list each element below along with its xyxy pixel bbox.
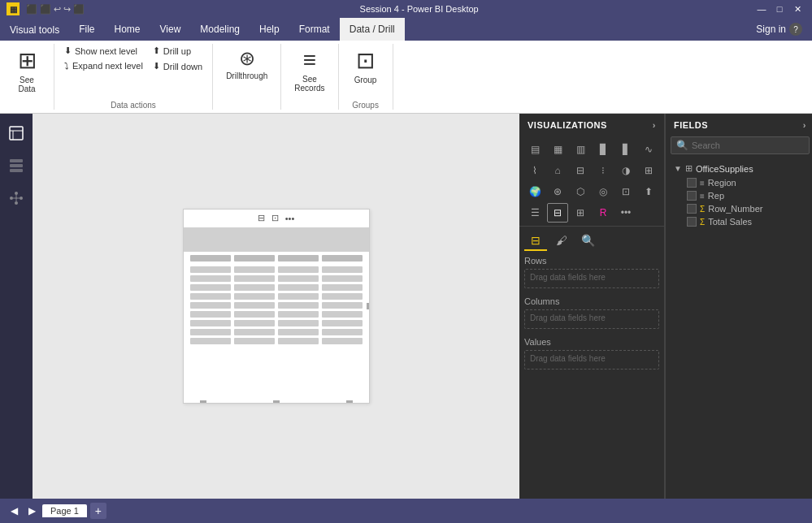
rows-label: Rows [524, 256, 659, 266]
close-button[interactable]: ✕ [789, 2, 805, 15]
viz-clustered-col[interactable]: ▋ [615, 140, 636, 159]
viz-panel: VISUALIZATIONS › ▤ ▦ ▥ ▊ ▋ ∿ ⌇ ⌂ ⊟ ⁝ ◑ ⊞ [519, 114, 665, 499]
menu-data-drill[interactable]: Data / Drill [340, 18, 405, 41]
viz-filled-map[interactable]: ⊛ [547, 182, 568, 201]
svg-point-9 [15, 201, 18, 205]
viz-kpi[interactable]: ⬆ [638, 182, 659, 201]
viz-slicer[interactable]: ☰ [524, 203, 545, 223]
fields-search-input[interactable] [692, 140, 804, 150]
minimize-button[interactable]: — [753, 2, 770, 15]
viz-waterfall[interactable]: ⊟ [570, 161, 591, 180]
visual-more-icon[interactable]: ••• [285, 214, 295, 223]
menu-file[interactable]: File [69, 18, 104, 41]
menu-modeling[interactable]: Modeling [190, 18, 250, 41]
viz-panel-tabs: ⊟ 🖌 🔍 [519, 226, 664, 251]
field-item-region[interactable]: ≡ Region [671, 176, 810, 189]
groups-label: Groups [352, 101, 379, 110]
table-col-3 [278, 255, 319, 262]
viz-more[interactable]: ••• [615, 203, 636, 223]
page-1-tab[interactable]: Page 1 [42, 504, 87, 517]
viz-funnel[interactable]: ⬡ [570, 182, 591, 201]
fields-expand-icon[interactable]: › [803, 120, 806, 130]
canvas-area[interactable]: ⊟ ⊡ ••• [33, 114, 519, 499]
data-view-icon[interactable] [3, 153, 29, 179]
see-records-button[interactable]: ≡ See Records [288, 44, 331, 96]
visual-container[interactable]: ⊟ ⊡ ••• [183, 209, 370, 404]
menu-format[interactable]: Format [289, 18, 340, 41]
see-data-button[interactable]: ⊞ See Data [7, 44, 47, 97]
viz-pie[interactable]: ◑ [615, 161, 636, 180]
menu-visual-tools[interactable]: Visual tools [0, 18, 69, 41]
show-next-level-button[interactable]: ⬇ Show next level [61, 44, 146, 58]
viz-tab-format[interactable]: 🖌 [550, 231, 573, 251]
viz-matrix[interactable]: ⊞ [570, 203, 591, 223]
drill-up-button[interactable]: ⬆ Drill up [150, 44, 206, 58]
fields-header: FIELDS › [666, 114, 812, 136]
columns-drop[interactable]: Drag data fields here [524, 309, 659, 329]
drill-down-button[interactable]: ⬇ Drill down [150, 59, 206, 73]
resize-bottom[interactable] [273, 400, 280, 403]
svg-rect-0 [10, 127, 23, 140]
viz-clustered-bar[interactable]: ▦ [547, 140, 568, 159]
add-page-button[interactable]: + [90, 503, 106, 519]
menu-view[interactable]: View [150, 18, 191, 41]
viz-ribbon[interactable]: ⌂ [547, 161, 568, 180]
svg-rect-5 [10, 169, 23, 172]
viz-line[interactable]: ∿ [638, 140, 659, 159]
maximize-button[interactable]: □ [771, 2, 788, 15]
viz-100pct-bar[interactable]: ▥ [570, 140, 591, 159]
viz-area[interactable]: ⌇ [524, 161, 545, 180]
resize-bottom-right[interactable] [346, 400, 353, 403]
resize-right[interactable] [367, 303, 369, 309]
field-item-totalsales[interactable]: Σ Total Sales [671, 215, 810, 228]
visual-toolbar-icon1[interactable]: ⊟ [258, 213, 265, 223]
field-name-region: Region [708, 178, 736, 188]
group-icon: ⊡ [356, 47, 375, 74]
viz-stacked-bar[interactable]: ▤ [524, 140, 545, 159]
next-page-button[interactable]: ▶ [24, 504, 39, 518]
fields-search-box[interactable]: 🔍 [671, 136, 810, 154]
field-item-rep[interactable]: ≡ Rep [671, 189, 810, 202]
visual-toolbar-icon2[interactable]: ⊡ [271, 213, 279, 223]
field-checkbox-rownumber[interactable] [687, 204, 697, 214]
report-view-icon[interactable] [3, 120, 29, 146]
viz-card[interactable]: ⊡ [615, 182, 636, 201]
viz-map[interactable]: 🌍 [524, 182, 545, 201]
field-checkbox-totalsales[interactable] [687, 217, 697, 227]
viz-stacked-col[interactable]: ▊ [593, 140, 614, 159]
ribbon: ⊞ See Data ⬇ Show next level ⤵ Expand ne… [0, 41, 812, 114]
viz-gauge[interactable]: ◎ [593, 182, 614, 201]
viz-scatter[interactable]: ⁝ [593, 161, 614, 180]
model-view-icon[interactable] [3, 185, 29, 211]
table-col-2 [234, 255, 275, 262]
see-data-icon: ⊞ [18, 47, 37, 74]
viz-tab-analytics[interactable]: 🔍 [576, 231, 599, 251]
ribbon-see-records-group: ≡ See Records [281, 44, 338, 110]
values-drop[interactable]: Drag data fields here [524, 350, 659, 370]
rows-drop[interactable]: Drag data fields here [524, 269, 659, 288]
field-checkbox-region[interactable] [687, 178, 697, 188]
window-controls: — □ ✕ [753, 2, 805, 15]
viz-treemap[interactable]: ⊞ [638, 161, 659, 180]
viz-tab-fields[interactable]: ⊟ [524, 231, 547, 251]
menu-home[interactable]: Home [105, 18, 150, 41]
expand-next-level-button[interactable]: ⤵ Expand next level [61, 59, 146, 72]
resize-bottom-left[interactable] [200, 400, 206, 403]
see-records-icon: ≡ [303, 47, 316, 73]
menu-help[interactable]: Help [250, 18, 289, 41]
viz-panel-expand-icon[interactable]: › [653, 120, 656, 130]
rows-zone: Rows Drag data fields here [524, 256, 659, 288]
table-icon: ⊞ [685, 163, 693, 174]
group-button[interactable]: ⊡ Group [345, 44, 386, 88]
field-checkbox-rep[interactable] [687, 191, 697, 201]
ribbon-see-data-group: ⊞ See Data [0, 44, 54, 110]
sign-in-area[interactable]: Sign in ? [746, 18, 812, 41]
viz-icons-grid: ▤ ▦ ▥ ▊ ▋ ∿ ⌇ ⌂ ⊟ ⁝ ◑ ⊞ 🌍 ⊛ ⬡ ◎ ⊡ ⬆ [519, 136, 664, 226]
svg-point-8 [20, 197, 23, 200]
field-table-header[interactable]: ▼ ⊞ OfficeSupplies [671, 161, 810, 176]
viz-r-visual[interactable]: R [593, 203, 614, 223]
viz-table[interactable]: ⊟ [547, 203, 568, 223]
drillthrough-button[interactable]: ⊛ Drillthrough [219, 44, 274, 84]
field-item-rownumber[interactable]: Σ Row_Number [671, 202, 810, 215]
prev-page-button[interactable]: ◀ [7, 504, 21, 518]
